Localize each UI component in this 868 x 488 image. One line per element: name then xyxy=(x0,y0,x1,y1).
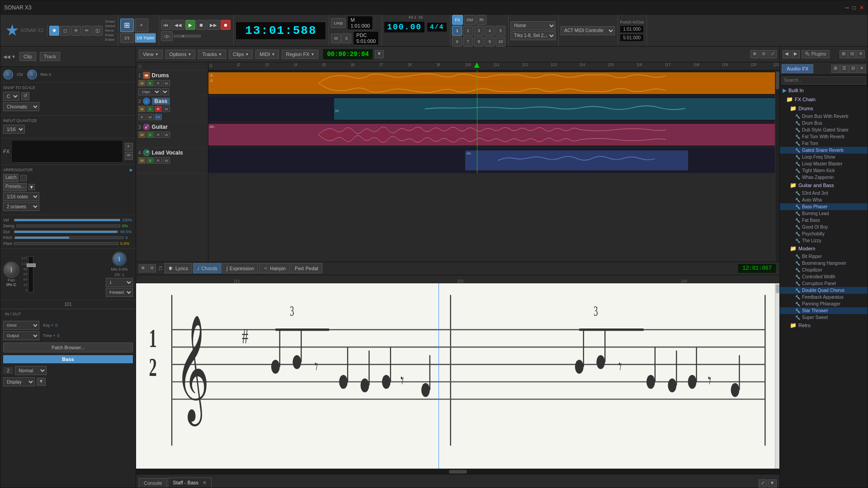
region-fx-menu[interactable]: Region FX xyxy=(282,50,318,59)
fx-tab-icon4[interactable]: ✕ xyxy=(858,65,866,73)
midi-controller-select[interactable]: ACT MIDI Controlle xyxy=(561,26,615,35)
fx-corruption-panel[interactable]: 🔧 Corruption Panel xyxy=(780,280,868,287)
select-tool-btn[interactable]: ◻ xyxy=(60,26,70,36)
smart-tool-btn[interactable]: ✱ xyxy=(49,26,59,36)
num7-btn[interactable]: 7 xyxy=(463,37,473,47)
time-sig-display[interactable]: 4/4 xyxy=(427,22,447,32)
zoom-out-h-btn[interactable]: ⊖ xyxy=(760,50,768,58)
patch-browser-btn[interactable]: Patch Browser... xyxy=(3,343,133,352)
snap-btn[interactable]: ⊞ xyxy=(120,19,134,32)
arp-latch-btn[interactable]: Latch xyxy=(3,174,19,182)
arp-octaves-select[interactable]: 2 octaves xyxy=(3,202,39,211)
fx-drum-bus[interactable]: 🔧 Drum Bus xyxy=(780,120,868,127)
key-select[interactable]: C xyxy=(3,92,19,101)
num3-btn[interactable]: 3 xyxy=(474,26,484,36)
draw-tool-btn[interactable]: ✏ xyxy=(82,26,92,36)
fx-add-btn[interactable]: + xyxy=(125,143,133,151)
time-format-btn[interactable]: ▼ xyxy=(375,50,384,58)
fx-the-lizzy[interactable]: 🔧 The Lizzy xyxy=(780,237,868,244)
bass-extra2[interactable]: W xyxy=(146,114,154,120)
num9-btn[interactable]: 9 xyxy=(485,37,495,47)
panel-next-btn[interactable]: ▶ xyxy=(792,50,800,58)
tempo-display[interactable]: 100.00 xyxy=(384,21,425,33)
display-settings-btn[interactable]: ▼ xyxy=(37,378,46,386)
fx-edit-btn[interactable]: ✏ xyxy=(125,152,133,160)
triplet-btn[interactable]: 1/8 Triplet xyxy=(135,33,156,43)
modern-subfolder[interactable]: 📁 Modern xyxy=(780,244,868,253)
fx-btn[interactable]: FX xyxy=(452,15,463,25)
guitar-solo-btn[interactable]: S xyxy=(146,131,154,138)
notation-h-scrollbar[interactable] xyxy=(136,469,779,474)
guitar-mute-btn[interactable]: M xyxy=(138,131,146,138)
v-scrollbar[interactable] xyxy=(775,70,779,262)
clip-tab[interactable]: Clip xyxy=(19,52,36,61)
fx-dub-gated-snare[interactable]: 🔧 Dub Style Gated Snare xyxy=(780,127,868,133)
maximize-btn[interactable]: □ xyxy=(853,5,856,11)
notation-v-scrollbar[interactable] xyxy=(775,283,779,469)
bass-solo-btn[interactable]: S xyxy=(146,106,154,112)
vocals-write-btn[interactable]: W xyxy=(163,157,170,164)
erase-tool-btn[interactable]: ◫ xyxy=(93,26,103,36)
fx-tab-icon3[interactable]: ⊟ xyxy=(849,65,857,73)
chords-btn[interactable]: ♩ Chords xyxy=(193,263,221,273)
retro-subfolder[interactable]: 📁 Retro xyxy=(780,321,868,330)
pan-knob[interactable] xyxy=(3,262,19,278)
quantize-value-select[interactable]: 1/16 xyxy=(3,125,25,134)
expression-btn[interactable]: ∫ Expression xyxy=(222,263,258,273)
num2-btn[interactable]: 2 xyxy=(463,26,473,36)
scale-select[interactable]: Chromatic xyxy=(3,102,39,111)
fx-psychobilly[interactable]: 🔧 Psychobilly xyxy=(780,230,868,237)
num8-btn[interactable]: 8 xyxy=(474,37,484,47)
fx-burning-lead[interactable]: 🔧 Burning Lead xyxy=(780,210,868,217)
fx-boomerang[interactable]: 🔧 Boomerang Hangover xyxy=(780,260,868,267)
zoom-in-h-btn[interactable]: ⊕ xyxy=(750,50,759,58)
fx-fat-bass[interactable]: 🔧 Fat Bass xyxy=(780,217,868,224)
guitar-arm-btn[interactable]: R xyxy=(155,131,162,138)
drums-subfolder[interactable]: 📁 Drums xyxy=(780,104,868,113)
fx-tab-icon2[interactable]: ☰ xyxy=(840,65,849,73)
bass-write-btn[interactable]: W xyxy=(163,106,170,112)
vocals-solo-btn[interactable]: S xyxy=(146,157,154,164)
guitar-write-btn[interactable]: W xyxy=(163,131,170,138)
arp-toggle[interactable]: ▶ xyxy=(130,168,133,172)
panel-icon2[interactable]: ⊟ xyxy=(848,50,856,58)
omni-select[interactable]: Omni xyxy=(3,321,39,330)
plugins-btn[interactable]: 🔌 Plugins xyxy=(802,50,830,58)
fx-chain-folder[interactable]: 📁 FX Chain xyxy=(780,95,868,104)
prev-btn[interactable]: ◀◀ xyxy=(172,20,184,30)
fx-chopilizer[interactable]: 🔧 Chopilizer xyxy=(780,267,868,273)
mix-knob[interactable] xyxy=(112,252,127,266)
fx-gated-snare-reverb[interactable]: 🔧 Gated Snare Reverb xyxy=(780,147,868,154)
pdc-btn[interactable]: OM xyxy=(464,15,476,25)
options-menu[interactable]: Options xyxy=(165,50,196,59)
fx-loop-master[interactable]: 🔧 Loop Master Blaster xyxy=(780,160,868,167)
vocals-arm-btn[interactable]: R xyxy=(155,157,162,164)
fx-fat-tom[interactable]: 🔧 Fat Tom xyxy=(780,140,868,147)
guitar-bass-subfolder[interactable]: 📁 Guitar and Bass xyxy=(780,181,868,190)
fx-good-ol-boy[interactable]: 🔧 Good Ol Boy xyxy=(780,224,868,230)
drums-lane[interactable]: -3 -3 xyxy=(208,70,779,96)
mode-select[interactable]: Normal xyxy=(15,366,47,375)
built-in-folder[interactable]: ▶ Built In xyxy=(780,86,868,95)
fx-double-quad-chorus[interactable]: 🔧 Double Quad Chorus xyxy=(780,287,868,294)
key-reset-btn[interactable]: ↺ xyxy=(21,92,29,100)
fx-super-sweet[interactable]: 🔧 Super Sweet xyxy=(780,314,868,321)
bass-lane[interactable]: 90 xyxy=(208,96,779,122)
bass-extra1[interactable]: R xyxy=(138,114,146,120)
midi-menu[interactable]: MIDI xyxy=(255,50,279,59)
fx-tab-icon1[interactable]: ⊞ xyxy=(831,65,840,73)
fx-controlled-width[interactable]: 🔧 Controlled Width xyxy=(780,273,868,280)
track-tab[interactable]: Track xyxy=(40,52,60,61)
fx-search-input[interactable] xyxy=(782,76,866,84)
num4-btn[interactable]: 4 xyxy=(485,26,495,36)
arp-setting-btn[interactable] xyxy=(20,175,27,181)
fx-auto-wha[interactable]: 🔧 Auto Wha xyxy=(780,197,868,203)
drums-arm-btn[interactable]: R xyxy=(155,80,162,86)
volume-fader[interactable] xyxy=(28,256,33,292)
staff-white-area[interactable]: 𝄞 1 2 # 3 xyxy=(136,283,779,469)
stop-btn[interactable]: ⏹ xyxy=(196,20,206,30)
guitar-lane[interactable]: dB- xyxy=(208,122,779,148)
swing-bar[interactable] xyxy=(16,225,120,227)
bass-fx-btn[interactable]: FX xyxy=(155,114,162,120)
zoom-fit-btn[interactable]: ⤢ xyxy=(769,50,777,58)
